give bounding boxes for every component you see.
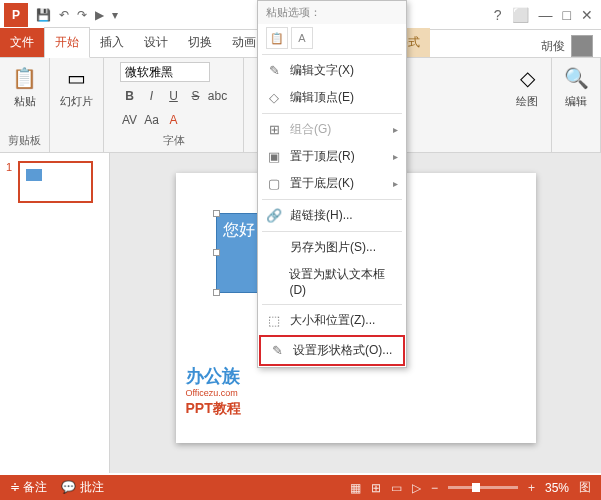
edit-button[interactable]: 🔍 编辑 [560,62,592,111]
group-slides: ▭ 幻灯片 [50,58,104,152]
menu-edit-text[interactable]: ✎编辑文字(X) [258,57,406,84]
redo-icon[interactable]: ↷ [77,8,87,22]
watermark: 办公族 Officezu.com PPT教程 [186,364,241,418]
shadow-button[interactable]: abc [208,86,228,106]
paste-options: 📋 A [258,24,406,52]
comments-button[interactable]: 💬 批注 [61,479,103,496]
paste-option-theme[interactable]: 📋 [266,27,288,49]
highlighted-item: ✎设置形状格式(O)... [259,335,405,366]
menu-label: 组合(G) [290,121,331,138]
submenu-arrow-icon: ▸ [393,151,398,162]
paste-button[interactable]: 📋 粘贴 [9,62,41,111]
group-icon: ⊞ [266,122,282,137]
menu-label: 编辑顶点(E) [290,89,354,106]
slideshow-icon[interactable]: ▶ [95,8,104,22]
menu-default-textbox[interactable]: 设置为默认文本框(D) [258,261,406,302]
group-edit: 🔍 编辑 [552,58,601,152]
menu-size-position[interactable]: ⬚大小和位置(Z)... [258,307,406,334]
tab-transition[interactable]: 切换 [178,28,222,57]
new-slide-button[interactable]: ▭ 幻灯片 [58,62,95,111]
avatar [571,35,593,57]
case-button[interactable]: Aa [142,110,162,130]
bring-front-icon: ▣ [266,149,282,164]
menu-group[interactable]: ⊞组合(G)▸ [258,116,406,143]
italic-button[interactable]: I [142,86,162,106]
menu-label: 超链接(H)... [290,207,353,224]
comments-label: 批注 [80,480,104,494]
app-icon: P [4,3,28,27]
resize-handle[interactable] [213,210,220,217]
group-font: 微软雅黑 B I U S abc AV Aa A 字体 [104,58,244,152]
zoom-slider[interactable] [448,486,518,489]
fit-window-icon[interactable]: 图 [579,479,591,496]
spacing-button[interactable]: AV [120,110,140,130]
status-bar: ≑ 备注 💬 批注 ▦ ⊞ ▭ ▷ − + 35% 图 [0,475,601,500]
slideshow-view-icon[interactable]: ▷ [412,481,421,495]
bold-button[interactable]: B [120,86,140,106]
underline-button[interactable]: U [164,86,184,106]
send-back-icon: ▢ [266,176,282,191]
notes-label: 备注 [23,480,47,494]
menu-label: 大小和位置(Z)... [290,312,375,329]
quick-access-toolbar: 💾 ↶ ↷ ▶ ▾ [36,8,118,22]
find-icon: 🔍 [562,64,590,92]
font-name-select[interactable]: 微软雅黑 [120,62,210,82]
menu-format-shape[interactable]: ✎设置形状格式(O)... [261,337,403,364]
notes-button[interactable]: ≑ 备注 [10,479,47,496]
save-icon[interactable]: 💾 [36,8,51,22]
thumbnail-preview [18,161,93,203]
menu-edit-points[interactable]: ◇编辑顶点(E) [258,84,406,111]
thumbnail-pane[interactable]: 1 [0,153,110,473]
group-label: 剪贴板 [8,133,41,148]
menu-save-picture[interactable]: 另存为图片(S)... [258,234,406,261]
draw-label: 绘图 [516,94,538,109]
new-slide-label: 幻灯片 [60,94,93,109]
user-area[interactable]: 胡俊 [541,35,601,57]
reading-view-icon[interactable]: ▭ [391,481,402,495]
menu-send-back[interactable]: ▢置于底层(K)▸ [258,170,406,197]
strike-button[interactable]: S [186,86,206,106]
separator [262,304,402,305]
display-options-icon[interactable]: ⬜ [512,7,529,23]
maximize-icon[interactable]: □ [563,7,571,23]
slide-number: 1 [6,161,12,173]
menu-label: 置于顶层(R) [290,148,355,165]
zoom-out-button[interactable]: − [431,481,438,495]
separator [262,199,402,200]
group-label: 字体 [163,133,185,148]
resize-handle[interactable] [213,249,220,256]
menu-label: 置于底层(K) [290,175,354,192]
size-icon: ⬚ [266,313,282,328]
tab-design[interactable]: 设计 [134,28,178,57]
menu-label: 设置形状格式(O)... [293,342,392,359]
watermark-line2: Officezu.com [186,388,241,398]
link-icon: 🔗 [266,208,282,223]
tab-insert[interactable]: 插入 [90,28,134,57]
tab-file[interactable]: 文件 [0,28,44,57]
separator [262,54,402,55]
menu-hyperlink[interactable]: 🔗超链接(H)... [258,202,406,229]
help-icon[interactable]: ? [494,7,502,23]
minimize-icon[interactable]: — [539,7,553,23]
menu-label: 设置为默认文本框(D) [289,266,398,297]
paste-option-picture[interactable]: A [291,27,313,49]
zoom-in-button[interactable]: + [528,481,535,495]
draw-button[interactable]: ◇ 绘图 [511,62,543,111]
group-clipboard: 📋 粘贴 剪贴板 [0,58,50,152]
resize-handle[interactable] [213,289,220,296]
edit-points-icon: ◇ [266,90,282,105]
user-name: 胡俊 [541,38,565,55]
clipboard-icon: 📋 [11,64,39,92]
slide-thumbnail[interactable]: 1 [8,161,101,203]
submenu-arrow-icon: ▸ [393,124,398,135]
context-menu: 粘贴选项： 📋 A ✎编辑文字(X) ◇编辑顶点(E) ⊞组合(G)▸ ▣置于顶… [257,0,407,368]
zoom-level[interactable]: 35% [545,481,569,495]
tab-home[interactable]: 开始 [44,27,90,58]
context-header: 粘贴选项： [258,1,406,24]
font-color-button[interactable]: A [164,110,184,130]
menu-bring-front[interactable]: ▣置于顶层(R)▸ [258,143,406,170]
sorter-view-icon[interactable]: ⊞ [371,481,381,495]
close-icon[interactable]: ✕ [581,7,593,23]
undo-icon[interactable]: ↶ [59,8,69,22]
normal-view-icon[interactable]: ▦ [350,481,361,495]
